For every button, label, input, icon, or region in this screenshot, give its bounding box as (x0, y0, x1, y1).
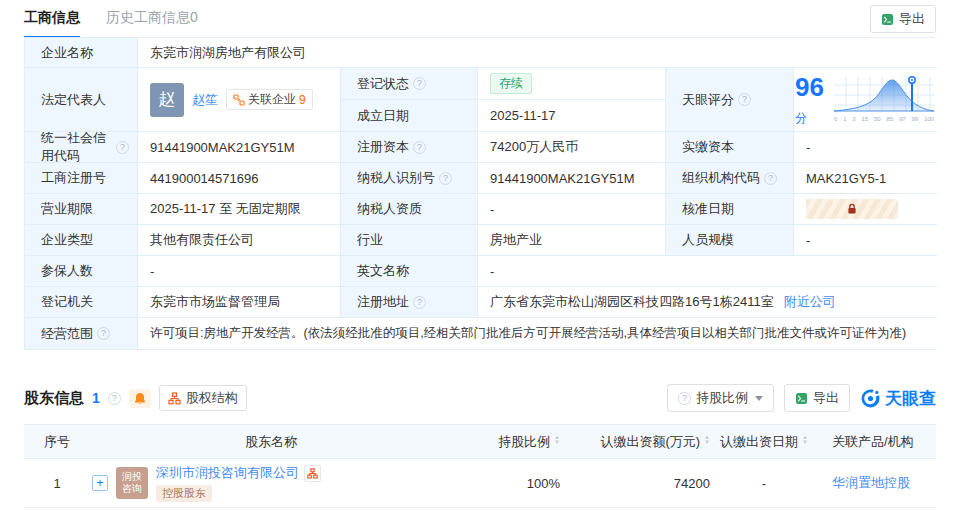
equity-structure-button[interactable]: 股权结构 (159, 385, 247, 411)
scope-value: 许可项目:房地产开发经营。(依法须经批准的项目,经相关部门批准后方可开展经营活动… (138, 318, 937, 349)
company-name-value: 东莞市润湖房地产有限公司 (138, 38, 937, 68)
help-icon[interactable]: ? (413, 141, 426, 154)
taxpayer-qual-label: 纳税人资质 (341, 194, 478, 225)
insured-label: 参保人数 (25, 256, 138, 287)
locked-value[interactable] (806, 199, 898, 219)
staff-label: 人员规模 (666, 225, 794, 256)
export-shareholders-button[interactable]: 导出 (784, 384, 850, 412)
org-code-value: MAK21GY5-1 (794, 163, 937, 194)
company-info-table: 企业名称 东莞市润湖房地产有限公司 法定代表人 赵 赵笙 关联企业9 登记状态?… (24, 37, 936, 350)
org-code-label: 组织机构代码? (666, 163, 794, 194)
shareholder-row: 1 + 润投咨询 深圳市润投咨询有限公司 控股股东 100% 7420 (24, 459, 936, 508)
expand-button[interactable]: + (92, 475, 108, 491)
help-icon[interactable]: ? (116, 141, 129, 154)
type-value: 其他有限责任公司 (138, 225, 341, 256)
bell-icon (134, 392, 146, 405)
score-curve-chart: 0131550859799100 (832, 75, 936, 124)
authority-value: 东莞市市场监督管理局 (138, 287, 341, 318)
score-unit: 分 (795, 111, 807, 125)
paid-capital-value: - (794, 132, 937, 163)
reg-no-label: 工商注册号 (25, 163, 138, 194)
related-companies-icon (233, 94, 245, 106)
address-label: 注册地址? (341, 287, 478, 318)
shareholder-logo: 润投咨询 (116, 467, 148, 499)
monitor-bell-button[interactable] (129, 389, 151, 408)
ratio-filter-dropdown[interactable]: ? 持股比例 (667, 384, 774, 412)
uscc-label: 统一社会信用代码? (25, 132, 138, 163)
authority-label: 登记机关 (25, 287, 138, 318)
help-icon[interactable]: ? (108, 392, 121, 405)
org-chart-icon (307, 468, 318, 479)
help-icon[interactable]: ? (764, 172, 777, 185)
chevron-down-icon (755, 396, 763, 401)
equity-structure-mini-button[interactable] (304, 465, 321, 482)
col-related: 关联产品/机构 (818, 433, 936, 451)
shareholder-name-link[interactable]: 深圳市润投咨询有限公司 (156, 464, 299, 482)
shareholders-title: 股东信息 (24, 389, 84, 408)
tianyancha-logo: 天眼查 (860, 387, 936, 410)
amount-value: 74200 (560, 476, 710, 491)
taxpayer-id-label: 纳税人识别号? (341, 163, 478, 194)
legal-rep-link[interactable]: 赵笙 (192, 91, 218, 109)
industry-value: 房地产业 (478, 225, 666, 256)
paid-capital-label: 实缴资本 (666, 132, 794, 163)
en-name-value: - (478, 256, 937, 287)
controlling-shareholder-tag: 控股股东 (156, 485, 212, 502)
established-value: 2025-11-17 (478, 100, 666, 132)
uscc-value: 91441900MAK21GY51M (138, 132, 341, 163)
help-icon[interactable]: ? (413, 77, 426, 90)
score-cell: 96分 (794, 68, 937, 132)
term-value: 2025-11-17 至 无固定期限 (138, 194, 341, 225)
shareholders-table: 序号 股东名称 持股比例▲▼ 认缴出资额(万元)▲▼ 认缴出资日期▲▼ 关联产品… (24, 424, 936, 508)
score-value: 96 (795, 72, 824, 102)
tab-history-info[interactable]: 历史工商信息0 (106, 9, 198, 39)
excel-icon (881, 13, 894, 26)
help-icon[interactable]: ? (413, 296, 426, 309)
shareholders-count: 1 (92, 390, 100, 406)
help-icon[interactable]: ? (97, 327, 110, 340)
staff-value: - (794, 225, 937, 256)
industry-label: 行业 (341, 225, 478, 256)
reg-capital-label: 注册资本? (341, 132, 478, 163)
col-ratio-sort[interactable]: 持股比例▲▼ (450, 433, 560, 451)
taxpayer-qual-value: - (478, 194, 666, 225)
legal-rep-avatar[interactable]: 赵 (150, 83, 184, 117)
business-info-page: 工商信息 历史工商信息0 导出 企业名称 东莞市润湖房地产有限公司 法定代表人 … (0, 0, 960, 511)
org-chart-icon (168, 392, 181, 405)
insured-value: - (138, 256, 341, 287)
type-label: 企业类型 (25, 225, 138, 256)
reg-status-value: 存续 (478, 68, 666, 100)
col-amount-sort[interactable]: 认缴出资额(万元)▲▼ (560, 433, 710, 451)
company-name-label: 企业名称 (25, 38, 138, 68)
address-value: 广东省东莞市松山湖园区科技四路16号1栋2411室 附近公司 (478, 287, 937, 318)
related-product-link[interactable]: 华润置地控股 (832, 474, 910, 492)
established-label: 成立日期 (341, 100, 478, 132)
ratio-value: 100% (450, 476, 560, 491)
tab-business-info[interactable]: 工商信息 (24, 9, 80, 39)
help-icon: ? (678, 392, 691, 405)
date-value: - (710, 476, 818, 491)
lock-icon (846, 203, 858, 215)
taxpayer-id-value: 91441900MAK21GY51M (478, 163, 666, 194)
reg-no-value: 441900014571696 (138, 163, 341, 194)
export-button[interactable]: 导出 (870, 5, 936, 33)
scope-label: 经营范围? (25, 318, 138, 349)
row-index: 1 (24, 476, 90, 491)
tab-bar: 工商信息 历史工商信息0 导出 (0, 0, 960, 37)
en-name-label: 英文名称 (341, 256, 478, 287)
help-icon[interactable]: ? (738, 93, 751, 106)
col-date-sort[interactable]: 认缴出资日期▲▼ (710, 433, 818, 451)
shareholders-header: 股东信息 1 ? 股权结构 ? 持股比例 导出 天眼查 (24, 384, 936, 412)
nearby-companies-link[interactable]: 附近公司 (784, 293, 836, 311)
score-label: 天眼评分? (666, 68, 794, 132)
reg-status-label: 登记状态? (341, 68, 478, 100)
col-index: 序号 (24, 433, 90, 451)
approval-date-value (794, 194, 937, 225)
help-icon[interactable]: ? (439, 172, 452, 185)
related-companies-badge[interactable]: 关联企业9 (226, 89, 313, 110)
excel-icon (795, 392, 808, 405)
shareholders-table-header: 序号 股东名称 持股比例▲▼ 认缴出资额(万元)▲▼ 认缴出资日期▲▼ 关联产品… (24, 424, 936, 459)
col-name: 股东名称 (90, 433, 450, 451)
legal-rep-cell: 赵 赵笙 关联企业9 (138, 68, 341, 132)
score-axis-ticks: 0131550859799100 (832, 116, 936, 122)
